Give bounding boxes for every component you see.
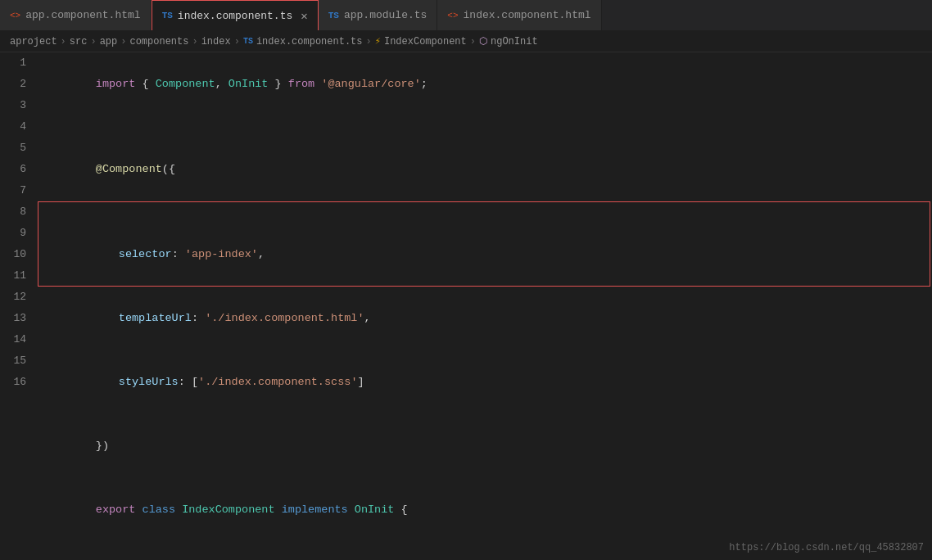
code-line-2 bbox=[39, 116, 932, 138]
ts-file-icon: TS bbox=[162, 11, 173, 20]
component-crumb-icon: ⚡ bbox=[375, 35, 381, 47]
html-file-icon: <> bbox=[447, 11, 458, 20]
tab-app-module-ts[interactable]: TS app.module.ts bbox=[319, 0, 438, 30]
line-num-12: 12 bbox=[10, 287, 26, 308]
tab-label: app.component.html bbox=[25, 9, 140, 21]
line-num-11: 11 bbox=[10, 265, 26, 287]
tab-index-component-html[interactable]: <> index.component.html bbox=[437, 0, 601, 30]
close-icon[interactable]: ✕ bbox=[301, 9, 307, 23]
ts-file-icon: TS bbox=[328, 11, 339, 20]
code-line-8: export class IndexComponent implements O… bbox=[39, 478, 932, 542]
line-num-10: 10 bbox=[10, 244, 26, 265]
breadcrumb-file: index.component.ts bbox=[256, 36, 363, 47]
line-num-8: 8 bbox=[10, 201, 26, 223]
html-file-icon: <> bbox=[10, 11, 20, 20]
line-num-16: 16 bbox=[10, 372, 26, 393]
breadcrumb: aproject › src › app › components › inde… bbox=[0, 31, 932, 52]
code-lines: import { Component, OnInit } from '@angu… bbox=[39, 52, 932, 560]
tab-label: index.component.ts bbox=[178, 10, 292, 22]
breadcrumb-components: components bbox=[129, 36, 188, 47]
line-num-3: 3 bbox=[10, 95, 26, 116]
tab-label: index.component.html bbox=[464, 9, 591, 21]
breadcrumb-app: app bbox=[100, 36, 118, 47]
watermark: https://blog.csdn.net/qq_45832807 bbox=[729, 542, 924, 553]
line-num-5: 5 bbox=[10, 138, 26, 159]
method-crumb-icon: ⬡ bbox=[479, 35, 487, 47]
line-num-14: 14 bbox=[10, 329, 26, 350]
line-num-15: 15 bbox=[10, 350, 26, 372]
code-line-5: templateUrl: './index.component.html', bbox=[39, 287, 932, 350]
line-num-1: 1 bbox=[10, 52, 26, 74]
line-numbers: 1 2 3 4 5 6 7 8 9 10 11 12 13 14 15 16 bbox=[0, 52, 39, 560]
line-num-2: 2 bbox=[10, 74, 26, 95]
tab-label: app.module.ts bbox=[344, 9, 427, 21]
editor: 1 2 3 4 5 6 7 8 9 10 11 12 13 14 15 16 i… bbox=[0, 52, 932, 560]
line-num-9: 9 bbox=[10, 223, 26, 244]
code-line-6: styleUrls: ['./index.component.scss'] bbox=[39, 350, 932, 414]
line-num-7: 7 bbox=[10, 180, 26, 201]
tab-app-component-html[interactable]: <> app.component.html bbox=[0, 0, 152, 30]
breadcrumb-aproject: aproject bbox=[10, 36, 57, 47]
code-line-3: @Component({ bbox=[39, 138, 932, 201]
breadcrumb-class: IndexComponent bbox=[384, 36, 467, 47]
code-line-4: selector: 'app-index', bbox=[39, 201, 932, 287]
breadcrumb-src: src bbox=[70, 36, 88, 47]
breadcrumb-method: ngOnInit bbox=[491, 36, 538, 47]
ts-crumb-icon: TS bbox=[243, 37, 253, 46]
code-container: 1 2 3 4 5 6 7 8 9 10 11 12 13 14 15 16 i… bbox=[0, 52, 932, 560]
line-num-13: 13 bbox=[10, 308, 26, 329]
tab-bar: <> app.component.html TS index.component… bbox=[0, 0, 932, 31]
breadcrumb-index: index bbox=[201, 36, 231, 47]
line-num-6: 6 bbox=[10, 159, 26, 180]
code-line-7: }) bbox=[39, 414, 932, 478]
code-line-1: import { Component, OnInit } from '@angu… bbox=[39, 52, 932, 116]
tab-index-component-ts[interactable]: TS index.component.ts ✕ bbox=[152, 0, 319, 30]
line-num-4: 4 bbox=[10, 116, 26, 138]
